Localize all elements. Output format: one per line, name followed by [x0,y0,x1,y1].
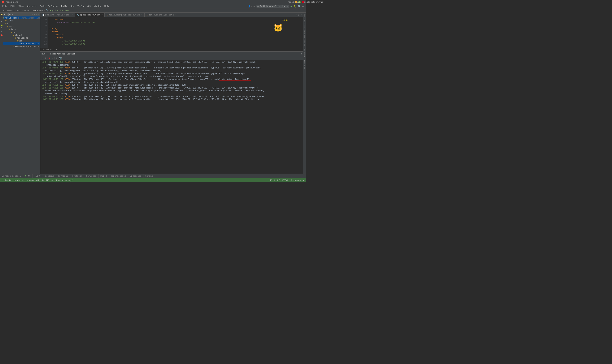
tree-root[interactable]: ▼ redis-demo D:\DingJiaxiong\IdeaProject… [3,16,40,19]
tree-cn[interactable]: ▼ cn [3,31,40,34]
log-line: [output=[@038be681, error='null'], comma… [41,75,302,78]
bottom-tabs: Version Control Run TODO Problems Termin… [0,174,306,178]
menu-build[interactable]: Build [60,5,69,8]
menu-window[interactable]: Window [92,5,103,8]
breadcrumb: redis-demo › src › main › resources › 🔧 … [0,8,306,13]
btm-tab-profiler[interactable]: Profiler [70,174,84,178]
menu-navigate[interactable]: Navigate [25,5,39,8]
tab-rdapp-close[interactable]: × [141,14,143,16]
menu-vcs[interactable]: VCS [85,5,92,8]
run-output[interactable]: 11-07 21:02:45:000 DEBUG 23640 --- [Even… [40,60,303,101]
run-settings-icon[interactable]: ⚙ [300,52,302,55]
status-encoding[interactable]: UTF-8 [282,179,288,182]
run-scroll-end-btn[interactable]: ⬇ [44,57,46,60]
project-collapse-icon[interactable]: ≡ [34,13,35,16]
status-lf[interactable]: LF [277,179,280,182]
run-button[interactable]: ▶ [291,5,292,8]
menu-file[interactable]: File [1,5,9,8]
rsb-maven[interactable]: Maven [303,40,306,46]
run-app-name[interactable]: RedisDemoApplication [50,52,75,55]
log-line: error='null'], commandType=io.lettuce.co… [41,69,302,72]
rsb-database[interactable]: Database [303,29,306,39]
menu-view[interactable]: View [17,5,25,8]
status-indent[interactable]: 2 spaces [291,179,301,182]
tab-hello-controller[interactable]: ☕ HelloController.java × [145,13,178,17]
tab-yaml-close[interactable]: × [101,14,103,16]
bookmark-icon[interactable]: 🔖 [0,34,3,37]
menu-refactor[interactable]: Refactor [46,5,60,8]
tab-pom[interactable]: 📄 pom.xml (redis-demo) × [40,13,75,17]
tree-src[interactable]: ▼ src [3,22,40,25]
project-settings-icon[interactable]: ⚙ [32,13,33,16]
tree-web[interactable]: ▼ web [3,39,40,42]
log-line: maxRedirections=5] [41,92,302,95]
project-pin-icon[interactable]: — [38,13,39,16]
btm-tab-endpoints[interactable]: Endpoints [128,174,144,178]
btm-tab-problems[interactable]: Problems [42,174,56,178]
status-build-msg: Build completed successfully in 672 ms (… [5,179,74,182]
rsb-notifications[interactable]: Notifications [303,13,306,28]
tab-nav-prev[interactable]: ◀ [296,13,297,16]
menu-edit[interactable]: Edit [9,5,17,8]
debug-left-icon[interactable]: 🐛 [0,24,3,26]
back-icon[interactable]: ← [253,5,255,8]
gear-icon[interactable]: ⚙ [302,5,304,8]
code-content[interactable]: pattern: dateformat: MM-dd HH:mm:ss:SSS … [48,17,303,48]
rsb-bookmarks[interactable]: Bookmarks [303,59,306,70]
tabs-end: ◀ 1 ▾ [296,13,303,16]
btm-tab-dependencies[interactable]: Dependencies [109,174,128,178]
tree-main[interactable]: ▼ main [3,25,40,28]
tree-idea[interactable]: ▼ .idea [3,19,40,22]
btm-tab-build[interactable]: Build [98,174,109,178]
code-editor[interactable]: 4 5 6 7 8 9 10 11 12 pattern: dateformat… [40,17,303,48]
status-position[interactable]: 21:1 [270,179,275,182]
btm-services-label: Services [86,175,96,177]
debug-button[interactable]: 🐛 [293,5,296,8]
tab-application-yaml[interactable]: 🔧 application.yaml × [75,13,105,17]
btm-tab-services[interactable]: Services [84,174,98,178]
menu-tools[interactable]: Tools [76,5,85,8]
tree-redis-demo-app[interactable]: ☕ RedisDemoApplication [3,45,40,48]
tab-nav-next[interactable]: 1 ▾ [298,13,302,16]
run-filter-btn[interactable]: ▤ [55,57,58,60]
tab-pom-close[interactable]: × [72,14,73,16]
btm-tab-terminal[interactable]: Terminal [56,174,70,178]
tree-java[interactable]: ▼ java [3,28,40,31]
project-gear-icon[interactable]: ⚙ [36,13,37,16]
title-bar: 🔴 redis-demo redis-demo – application.ya… [0,0,306,4]
project-icon[interactable]: 📁 [0,13,3,16]
run-close-btn[interactable]: ✕ [51,57,54,60]
btm-tab-spring[interactable]: Spring [144,174,155,178]
tab-hc-close[interactable]: × [175,14,176,16]
breadcrumb-src[interactable]: src [17,9,21,12]
structure-icon[interactable]: ≡ [0,31,3,33]
run-icon[interactable]: ▶ [0,20,3,23]
btm-tab-run[interactable]: Run [23,174,33,178]
tab-hc-label: HelloController.java [148,13,174,16]
rsb-structure[interactable]: Structure [303,47,306,58]
menu-code[interactable]: Code [38,5,46,8]
commit-icon[interactable]: ✓ [0,17,3,20]
status-bar-left: ✓ Build completed successfully in 672 ms… [1,179,73,182]
run-restart-btn[interactable]: ↺ [41,57,44,60]
profiler-left-icon[interactable]: ⏱ [0,27,3,30]
btm-tab-version-control[interactable]: Version Control [0,174,23,178]
profile-icon[interactable]: 👤▾ [248,5,252,7]
tree-redisdemo[interactable]: ▼ redisdemo [3,37,40,39]
breadcrumb-file[interactable]: 🔧 application.yaml [46,9,70,12]
tree-hello-controller[interactable]: ☕ HelloController [3,42,40,45]
breadcrumb-project[interactable]: redis-demo [1,9,14,12]
tab-redis-demo-app[interactable]: ☕ RedisDemoApplication.java × [105,13,145,17]
status-git-icon[interactable]: ⑆ [303,179,305,182]
breadcrumb-resources[interactable]: resources [31,9,43,12]
btm-tab-todo[interactable]: TODO [33,174,42,178]
run-stop-btn[interactable]: ■ [48,57,51,60]
status-check-icon[interactable]: ✓ [1,179,3,182]
tree-itcast[interactable]: ▼ itcast [3,34,40,37]
search-button[interactable]: 🔍 [298,5,301,8]
breadcrumb-main[interactable]: main [24,9,29,12]
run-config-dropdown[interactable]: ▶ RedisDemoApplication ▾ [256,5,289,8]
menu-run[interactable]: Run [69,5,76,8]
menu-help[interactable]: Help [103,5,111,8]
run-camera-btn[interactable]: 📷 [58,57,62,60]
